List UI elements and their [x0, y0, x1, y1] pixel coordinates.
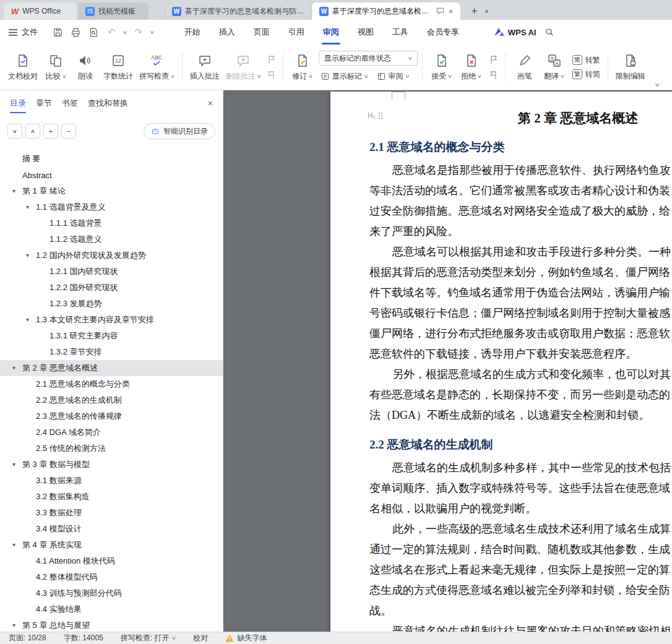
compare-button[interactable]: 比较∨ [41, 48, 71, 87]
search-icon[interactable] [545, 27, 554, 37]
spellcheck-status[interactable]: 拼写检查: 打开 ∨ [121, 633, 176, 643]
tab-template-app[interactable]: 找 找稿壳模板 [78, 2, 149, 20]
restrict-edit-button[interactable]: 限制编辑 [613, 48, 648, 87]
toc-zoom-out-button[interactable]: − [61, 124, 76, 139]
toc-item[interactable]: 1.3.1 研究主要内容 [0, 328, 223, 344]
translate-button[interactable]: 文A 翻译∨ [540, 48, 569, 87]
expand-triangle-icon[interactable]: ▾ [12, 541, 15, 548]
toc-item[interactable]: 3.3 数据处理 [0, 505, 223, 521]
read-aloud-button[interactable]: 朗读 [71, 48, 100, 87]
word-count-button[interactable]: 12 字数统计 [100, 48, 136, 87]
toc-item[interactable]: 摘 要 [0, 151, 223, 167]
toc-item[interactable]: ▾第 2 章 恶意域名概述 [0, 360, 223, 376]
toc-item[interactable]: ▾1.3 本文研究主要内容及章节安排 [0, 312, 223, 328]
redo-caret-icon[interactable]: ∨ [150, 30, 155, 35]
toc-item[interactable]: 2.3 恶意域名的传播规律 [0, 408, 223, 424]
toc-item[interactable]: 2.5 传统的检测方法 [0, 440, 223, 457]
menu-tab-membership[interactable]: 会员专享 [418, 20, 468, 45]
spell-check-button[interactable]: ABC 拼写检查∨ [136, 48, 178, 87]
doc-text-line[interactable]: 态生成的方式使得恶意域名难以被完全列举和封锁，给安全防 [369, 580, 672, 601]
doc-text-line[interactable]: 号密码或银行卡信息；僵尸网络控制域名则用于控制大量被感 [369, 303, 672, 324]
expand-triangle-icon[interactable]: ▾ [26, 316, 29, 323]
tab-document-1[interactable]: W 基于深度学习的恶意域名检测与防御... [165, 2, 312, 20]
close-tab-icon[interactable]: × [448, 7, 453, 16]
print-preview-icon[interactable] [87, 26, 100, 38]
toc-item[interactable]: 1.2.2 国外研究现状 [0, 280, 223, 296]
doc-text-line[interactable]: 战。 [369, 601, 672, 621]
smart-toc-button[interactable]: 智能识别目录 [144, 123, 215, 139]
menu-tab-view[interactable]: 视图 [348, 20, 383, 45]
doc-text-line[interactable]: 恶意软件的下载链接，诱导用户下载并安装恶意程序。 [369, 344, 672, 364]
undo-caret-icon[interactable]: ∨ [123, 30, 127, 35]
doc-text-line[interactable]: 等非法活动的域名。它们通常被黑客或攻击者精心设计和伪装 [369, 181, 672, 201]
tab-wps-office[interactable]: W WPS Office [4, 2, 77, 20]
sidebar-tab-toc[interactable]: 目录 [10, 90, 26, 116]
tab-document-2-active[interactable]: W 基于深度学习的恶意域名检测... × [312, 2, 460, 20]
drag-dots-icon[interactable] [378, 112, 383, 119]
toc-item[interactable]: 2.2 恶意域名的生成机制 [0, 392, 223, 408]
toc-item[interactable]: 1.2.1 国内研究现状 [0, 264, 223, 280]
toc-item[interactable]: 3.1 数据来源 [0, 473, 223, 489]
insert-comment-button[interactable]: 插入批注 [187, 48, 223, 87]
toc-expand-down-button[interactable]: ∨ [7, 124, 22, 139]
toc-item[interactable]: 3.4 模型设计 [0, 521, 223, 537]
toc-zoom-in-button[interactable]: + [43, 124, 58, 139]
accept-button[interactable]: 接受∨ [427, 48, 457, 87]
doc-text-line[interactable]: 来了严重的风险。 [369, 221, 672, 242]
to-simplified-button[interactable]: 繁 转简 [572, 69, 600, 80]
heading-drag-handle[interactable]: H₁ [368, 111, 383, 120]
doc-text-line[interactable]: 这些域名在形式上看起来毫无规律，但实际上是按照一定的算 [369, 560, 672, 580]
doc-text-line[interactable]: 另外，根据恶意域名的生成方式和变化频率，也可以对其 [369, 364, 672, 385]
close-sidebar-icon[interactable]: × [208, 98, 213, 108]
review-pane-button[interactable]: 审阅 ∨ [375, 69, 411, 84]
doc-text-line[interactable]: 法（DGA）不断生成新的域名，以逃避安全检测和封锁。 [369, 405, 672, 426]
menu-tab-home[interactable]: 开始 [175, 20, 210, 45]
previous-comment-flag-icon[interactable] [267, 55, 275, 64]
sidebar-tab-find-replace[interactable]: 查找和替换 [88, 90, 128, 116]
expand-triangle-icon[interactable]: ▾ [12, 364, 15, 371]
page-indicator[interactable]: 页面: 10/28 [9, 633, 46, 643]
sidebar-tab-sections[interactable]: 章节 [36, 90, 52, 116]
doc-text-line[interactable]: 恶意域名的生成机制多种多样，其中一些常见的技术包括 [369, 458, 672, 478]
toc-item[interactable]: 1.3.2 章节安排 [0, 344, 223, 360]
menu-tab-reference[interactable]: 引用 [279, 20, 314, 45]
new-tab-button[interactable]: + [468, 2, 481, 20]
toc-item[interactable]: 3.2 数据集构造 [0, 489, 223, 505]
toc-item[interactable]: 1.1.1 选题背景 [0, 215, 223, 231]
toc-item[interactable]: 1.2.3 发展趋势 [0, 296, 223, 312]
reject-button[interactable]: 拒绝∨ [457, 48, 486, 87]
tab-list-caret-icon[interactable]: ∨ [481, 2, 493, 20]
toc-collapse-up-button[interactable]: ∧ [25, 124, 40, 139]
menu-tab-review[interactable]: 审阅 [314, 20, 348, 45]
word-count-indicator[interactable]: 字数: 14005 [64, 633, 103, 643]
doc-text-line[interactable]: 变单词顺序、插入数字或特殊符号等。这些手法旨在使恶意域 [369, 478, 672, 499]
collapse-ribbon-icon[interactable]: ∨ [655, 82, 661, 88]
doc-section-heading[interactable]: 2.1 恶意域名的概念与分类 [369, 138, 672, 157]
track-changes-button[interactable]: 修订∨ [288, 48, 317, 87]
sidebar-tab-bookmarks[interactable]: 书签 [62, 90, 78, 116]
expand-triangle-icon[interactable]: ▾ [26, 204, 29, 210]
toc-item[interactable]: Abstract [0, 167, 223, 183]
undo-icon[interactable]: ↶ [105, 26, 118, 38]
doc-text-line[interactable]: 件下载域名等。钓鱼域名通常用于伪造合法网站，诱骗用户输 [369, 283, 672, 303]
doc-proof-button[interactable]: 文档校对 [5, 48, 41, 87]
redo-icon[interactable]: ↷ [132, 26, 145, 38]
toc-item[interactable]: 1.1.2 选题意义 [0, 231, 223, 247]
print-icon[interactable] [69, 26, 82, 38]
doc-text-line[interactable]: 此外，一些高级的恶意域名生成技术还利用了域名生成算 [369, 519, 672, 539]
toc-item[interactable]: 4.1 Attention 模块代码 [0, 553, 223, 569]
doc-text-line[interactable]: 通过一定的算法规则，结合时间戳、随机数或其他参数，生成 [369, 539, 672, 560]
expand-triangle-icon[interactable]: ▾ [12, 187, 15, 194]
missing-font-warning[interactable]: 缺失字体 [225, 633, 267, 643]
toc-item[interactable]: ▾第 5 章 总结与展望 [0, 617, 223, 632]
menu-tab-tools[interactable]: 工具 [383, 20, 418, 45]
save-icon[interactable] [51, 26, 64, 38]
delete-comment-button[interactable]: 删除批注∨ [223, 48, 264, 87]
next-revision-flag-icon[interactable] [489, 71, 498, 80]
expand-triangle-icon[interactable]: ▾ [12, 622, 15, 629]
toc-item[interactable]: ▾第 1 章 绪论 [0, 183, 223, 199]
doc-text-line[interactable]: 名相似，以欺骗用户的视觉判断。 [369, 499, 672, 519]
file-menu-button[interactable]: 文件 [9, 27, 38, 38]
toc-item[interactable]: 2.4 DGA 域名简介 [0, 424, 223, 440]
pen-button[interactable]: 画笔 [510, 48, 540, 87]
